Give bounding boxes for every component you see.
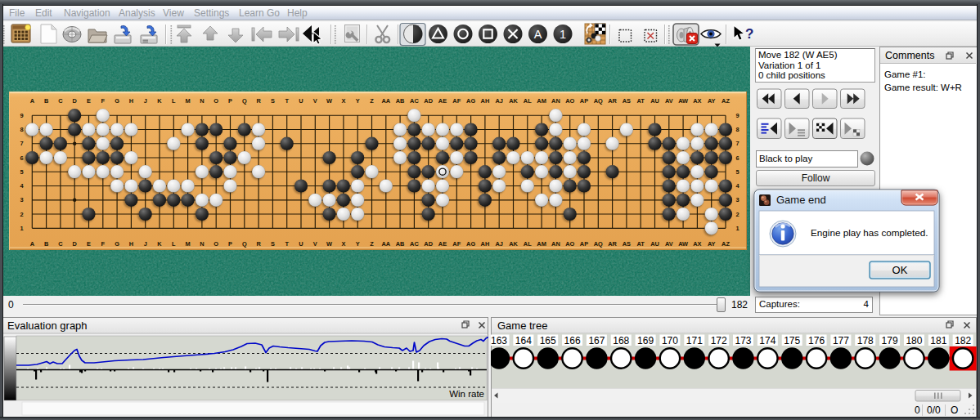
svg-text:Game end: Game end — [776, 194, 826, 206]
svg-text:Evaluation graph: Evaluation graph — [7, 319, 88, 332]
svg-text:163: 163 — [491, 335, 507, 346]
svg-text:Engine play has completed.: Engine play has completed. — [811, 227, 928, 238]
svg-text:0: 0 — [915, 404, 920, 416]
svg-text:174: 174 — [759, 335, 775, 346]
svg-text:O: O — [951, 404, 958, 416]
svg-text:167: 167 — [588, 335, 605, 346]
svg-text:175: 175 — [784, 335, 800, 346]
svg-text:OK: OK — [892, 264, 908, 276]
svg-text:181: 181 — [930, 335, 946, 346]
svg-text:Game tree: Game tree — [497, 319, 547, 332]
svg-text:173: 173 — [735, 335, 751, 346]
svg-text:170: 170 — [662, 335, 678, 346]
svg-text:165: 165 — [540, 335, 556, 346]
svg-text:180: 180 — [906, 335, 922, 346]
svg-text:178: 178 — [857, 335, 874, 346]
svg-text:164: 164 — [515, 335, 532, 346]
svg-text:0/0: 0/0 — [927, 404, 941, 416]
svg-text:172: 172 — [711, 335, 727, 346]
svg-text:171: 171 — [686, 335, 703, 346]
svg-text:169: 169 — [637, 335, 654, 346]
svg-text:176: 176 — [808, 335, 825, 346]
svg-text:177: 177 — [833, 335, 849, 346]
svg-text:182: 182 — [955, 335, 971, 346]
svg-text:179: 179 — [882, 335, 898, 346]
svg-text:166: 166 — [564, 335, 581, 346]
svg-text:Win rate: Win rate — [449, 389, 484, 399]
svg-text:168: 168 — [613, 335, 629, 346]
